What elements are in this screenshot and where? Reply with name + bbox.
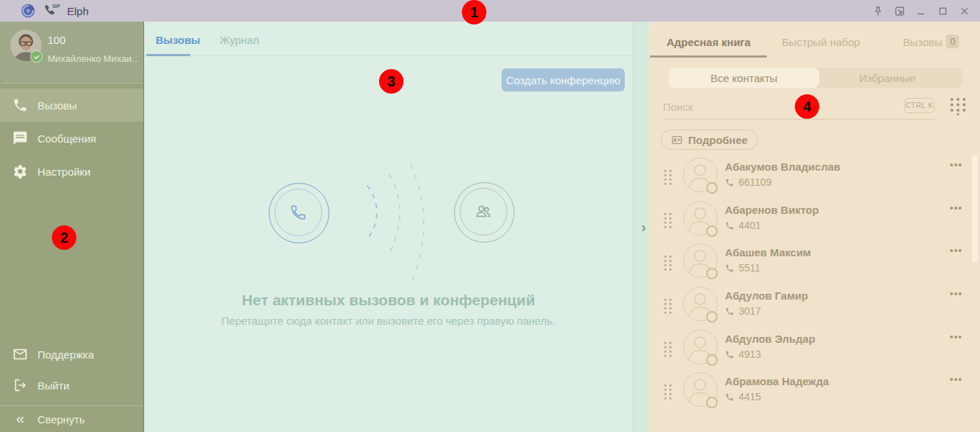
drag-handle-icon[interactable] <box>664 256 672 271</box>
contact-number: 3017 <box>739 305 761 317</box>
contacts-filter: Все контакты Избранные <box>669 68 963 88</box>
contact-card-icon <box>671 134 683 146</box>
contact-avatar <box>683 201 718 235</box>
mail-icon <box>12 346 28 362</box>
presence-indicator <box>706 182 718 194</box>
contact-row[interactable]: Абдулов Эльдар 4913 ••• <box>649 330 980 370</box>
contact-number: 4415 <box>739 391 761 402</box>
tab-calls[interactable]: Вызовы <box>156 34 200 46</box>
sidebar-item-calls[interactable]: Вызовы <box>0 89 143 122</box>
drag-handle-icon[interactable] <box>664 299 672 315</box>
phone-icon <box>12 97 28 113</box>
tab-speed-dial[interactable]: Быстрый набор <box>782 36 860 48</box>
contact-row[interactable]: Абрамович Иван ••• <box>649 422 980 432</box>
drag-handle-icon[interactable] <box>664 170 672 186</box>
sidebar-collapse-button[interactable]: « Свернуть <box>0 406 143 432</box>
sidebar-divider <box>0 83 143 84</box>
contact-name: Абаренов Виктор <box>725 204 819 216</box>
contact-number: 4913 <box>739 348 761 360</box>
contact-menu-icon[interactable]: ••• <box>950 331 963 343</box>
drag-handle-icon[interactable] <box>664 342 672 358</box>
sidebar-item-support[interactable]: Поддержка <box>0 338 143 371</box>
drag-handle-icon[interactable] <box>664 213 672 229</box>
maximize-icon[interactable] <box>935 4 950 18</box>
gear-icon <box>12 163 28 179</box>
tabbar-border <box>144 55 633 56</box>
contact-name: Абашев Максим <box>725 246 811 258</box>
message-icon <box>12 130 28 146</box>
details-button[interactable]: Подробнее <box>661 130 758 150</box>
contact-row[interactable]: Абашев Максим 5511 ••• <box>649 243 980 284</box>
empty-state-subtitle: Перетащите сюда контакт или вызовите его… <box>144 315 633 327</box>
phone-icon <box>725 392 734 402</box>
contact-row[interactable]: Абрамова Надежда 4415 ••• <box>649 372 980 413</box>
annotation-marker-4: 4 <box>795 94 819 119</box>
phone-icon <box>290 204 307 221</box>
contact-row[interactable]: Абакумов Владислав 661109 ••• <box>649 158 980 198</box>
conference-drop-zone[interactable] <box>454 182 514 243</box>
sidebar-item-settings[interactable]: Настройки <box>0 155 143 188</box>
contact-row[interactable]: Абаренов Виктор 4401 ••• <box>649 201 980 241</box>
segment-favorites[interactable]: Избранные <box>812 68 963 88</box>
contact-name: Абрамова Надежда <box>725 375 829 387</box>
logout-icon <box>12 377 28 393</box>
calls-count-badge: 0 <box>946 35 959 48</box>
window-controls <box>870 0 971 22</box>
create-conference-button[interactable]: Создать конференцию <box>502 68 625 91</box>
scrollbar-thumb[interactable] <box>972 155 978 263</box>
drag-handle-icon[interactable] <box>664 384 672 400</box>
contact-menu-icon[interactable]: ••• <box>950 288 963 300</box>
sip-phone-icon: SIP <box>42 3 61 19</box>
dialpad-icon[interactable] <box>949 96 967 115</box>
tab-calls-right[interactable]: Вызовы <box>903 36 943 48</box>
annotation-marker-3: 3 <box>379 69 404 94</box>
contact-menu-icon[interactable]: ••• <box>950 159 963 171</box>
titlebar: SIP Elph <box>0 0 980 22</box>
annotation-marker-2: 2 <box>52 225 76 250</box>
phone-icon <box>725 350 734 359</box>
contact-avatar <box>683 372 718 407</box>
contacts-panel: Адресная книга Быстрый набор Вызовы 0 Вс… <box>649 22 980 432</box>
chevron-right-icon[interactable]: › <box>638 217 649 237</box>
sidebar: 100 Михайленко Михаи… Вызовы Сообщения Н… <box>0 22 144 432</box>
app-logo-icon <box>20 3 36 19</box>
contact-name: Абдулов Гамир <box>725 289 808 302</box>
contact-avatar <box>683 158 718 192</box>
contact-menu-icon[interactable]: ••• <box>950 202 963 214</box>
svg-text:SIP: SIP <box>53 4 61 9</box>
popout-icon[interactable] <box>892 4 906 18</box>
contact-row[interactable]: Абдулов Гамир 3017 ••• <box>649 287 980 327</box>
minimize-icon[interactable] <box>914 4 928 18</box>
sidebar-item-label: Вызовы <box>37 99 77 112</box>
user-name: Михайленко Михаи… <box>48 53 138 64</box>
phone-icon <box>725 178 734 187</box>
user-extension: 100 <box>48 34 66 46</box>
details-label: Подробнее <box>688 134 748 146</box>
tab-address-book[interactable]: Адресная книга <box>667 36 751 48</box>
contact-menu-icon[interactable]: ••• <box>950 245 963 256</box>
user-avatar <box>10 30 42 61</box>
contact-menu-icon[interactable]: ••• <box>950 374 963 385</box>
group-icon <box>474 202 493 221</box>
segment-all-contacts[interactable]: Все контакты <box>669 68 819 88</box>
tab-journal[interactable]: Журнал <box>220 34 259 46</box>
active-tab-underline <box>146 54 190 56</box>
contact-name: Абакумов Владислав <box>725 161 840 173</box>
sidebar-item-messages[interactable]: Сообщения <box>0 122 143 155</box>
empty-state-title: Нет активных вызовов и конференций <box>144 292 633 309</box>
ripple-arcs <box>353 162 483 335</box>
sidebar-item-label: Сообщения <box>37 132 96 145</box>
presence-indicator <box>706 268 718 279</box>
call-drop-zone[interactable] <box>269 183 329 243</box>
sidebar-item-label: Настройки <box>37 166 91 178</box>
pin-icon[interactable] <box>870 4 885 18</box>
collapse-icon: « <box>12 411 28 427</box>
online-status-icon <box>30 50 43 63</box>
user-card[interactable]: 100 Михайленко Михаи… <box>0 22 143 83</box>
contact-name: Абдулов Эльдар <box>725 333 815 345</box>
presence-indicator <box>706 354 718 366</box>
annotation-marker-1: 1 <box>462 0 486 24</box>
presence-indicator <box>706 397 718 408</box>
sidebar-item-logout[interactable]: Выйти <box>0 369 143 402</box>
close-icon[interactable] <box>957 4 971 18</box>
